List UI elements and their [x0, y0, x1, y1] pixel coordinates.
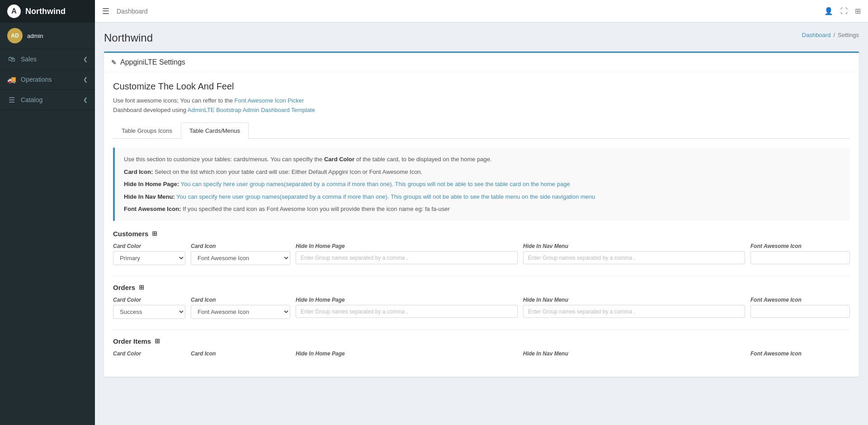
font-awesome-link[interactable]: Font Awesome Icon Picker	[235, 97, 304, 104]
desc-adminlte: Dashboard developed using AdminLTE Boots…	[113, 107, 850, 113]
user-icon[interactable]: 👤	[824, 7, 833, 15]
breadcrumb-home[interactable]: Dashboard	[802, 32, 831, 38]
settings-card: ✎ AppginiLTE Settings Customize The Look…	[104, 51, 859, 377]
sidebar-item-label: Operations	[21, 76, 52, 83]
edit-icon: ✎	[111, 59, 117, 66]
table-grid-icon: ⊞	[139, 284, 144, 291]
font-awesome-col-label: Font Awesome Icon	[750, 350, 850, 357]
hide-nav-label: Hide In Nav Menu	[523, 243, 745, 249]
chevron-left-icon: ❮	[83, 56, 88, 62]
chevron-left-icon: ❮	[83, 76, 88, 83]
card-color-label: Card Color	[113, 243, 185, 249]
hide-home-label: Hide In Home Page	[296, 243, 518, 249]
customers-hide-home-group: Hide In Home Page	[296, 243, 518, 264]
sidebar-nav: 🛍 Sales ❮ 🚚 Operations ❮ ☰ Catalog ❮	[0, 49, 95, 425]
breadcrumb-separator: /	[833, 32, 835, 38]
customers-font-awesome-group: Font Awesome Icon fa fa-users	[750, 243, 850, 264]
customers-card-color-select[interactable]: Primary Success Warning Danger Info Defa…	[113, 251, 185, 265]
card-icon-label: Card Icon	[191, 243, 290, 249]
customers-hide-nav-group: Hide In Nav Menu	[523, 243, 745, 264]
customers-card-icon-group: Card Icon Font Awesome Icon Default Appg…	[191, 243, 290, 265]
desc-font-awesome: Use font awesome icons; You can reffer t…	[113, 97, 850, 104]
table-grid-icon: ⊞	[152, 230, 157, 237]
customers-section: Customers ⊞ Card Color Primary Success W…	[113, 230, 850, 265]
tabs: Table Groups Icons Table Cards/Menus	[113, 122, 850, 139]
order-items-title: Order Items ⊞	[113, 337, 850, 345]
grid-icon[interactable]: ⊞	[855, 7, 861, 15]
info-line-5: Font Awesome Icon: If you specified the …	[124, 205, 841, 214]
hide-nav-label: Hide In Nav Menu	[523, 350, 745, 357]
expand-icon[interactable]: ⛶	[840, 7, 848, 15]
orders-hide-home-group: Hide In Home Page	[296, 297, 518, 318]
sidebar-item-operations[interactable]: 🚚 Operations ❮	[0, 70, 95, 90]
sidebar-item-label: Catalog	[21, 96, 42, 103]
hide-nav-label: Hide In Nav Menu	[523, 297, 745, 303]
customers-card-icon-select[interactable]: Font Awesome Icon Default Appgini Icon	[191, 251, 290, 265]
card-header-title: AppginiLTE Settings	[120, 58, 185, 66]
content-area: Northwind Dashboard / Settings ✎ Appgini…	[95, 23, 868, 425]
breadcrumb-current: Settings	[838, 32, 859, 38]
app-logo: A	[7, 5, 21, 18]
orders-card-color-select[interactable]: Primary Success Warning Danger Info Defa…	[113, 305, 185, 319]
order-items-section: Order Items ⊞ Card Color Card Icon Hide …	[113, 337, 850, 357]
username: admin	[27, 33, 43, 39]
orders-card-color-group: Card Color Primary Success Warning Dange…	[113, 297, 185, 319]
orders-hide-nav-group: Hide In Nav Menu	[523, 297, 745, 318]
customers-font-awesome-input[interactable]: fa fa-users	[750, 251, 850, 264]
adminlte-link[interactable]: AdminLTE Bootstrap Admin Dashboard Templ…	[188, 107, 315, 113]
orders-font-awesome-group: Font Awesome Icon fa fa-truck	[750, 297, 850, 318]
orders-card-icon-group: Card Icon Font Awesome Icon Default Appg…	[191, 297, 290, 319]
orders-card-icon-select[interactable]: Font Awesome Icon Default Appgini Icon	[191, 305, 290, 319]
info-line-3: Hide In Home Page: You can specify here …	[124, 180, 841, 189]
info-box: Use this section to customize your table…	[113, 148, 850, 221]
font-awesome-col-label: Font Awesome Icon	[750, 297, 850, 303]
card-color-label: Card Color	[113, 297, 185, 303]
hide-home-label: Hide In Home Page	[296, 350, 518, 357]
hamburger-icon[interactable]: ☰	[102, 6, 109, 16]
main: ☰ Dashboard 👤 ⛶ ⊞ Northwind Dashboard / …	[95, 0, 868, 425]
sidebar-item-sales[interactable]: 🛍 Sales ❮	[0, 49, 95, 70]
topbar: ☰ Dashboard 👤 ⛶ ⊞	[95, 0, 868, 23]
sales-icon: 🛍	[7, 55, 16, 64]
section-title: Customize The Look And Feel	[113, 81, 850, 92]
orders-hide-nav-input[interactable]	[523, 305, 745, 318]
sidebar: A Northwind AD admin 🛍 Sales ❮ 🚚 Operati…	[0, 0, 95, 425]
customers-hide-home-input[interactable]	[296, 251, 518, 264]
chevron-left-icon: ❮	[83, 97, 88, 103]
font-awesome-col-label: Font Awesome Icon	[750, 243, 850, 249]
catalog-icon: ☰	[7, 95, 16, 104]
avatar: AD	[7, 28, 23, 43]
card-color-label: Card Color	[113, 350, 185, 357]
orders-section: Orders ⊞ Card Color Primary Success Warn…	[113, 284, 850, 319]
page-title: Northwind	[104, 32, 153, 44]
customers-title: Customers ⊞	[113, 230, 850, 238]
customers-hide-nav-input[interactable]	[523, 251, 745, 264]
card-header: ✎ AppginiLTE Settings	[104, 53, 859, 72]
tab-table-cards-menus[interactable]: Table Cards/Menus	[181, 122, 249, 139]
table-grid-icon: ⊞	[155, 337, 160, 345]
info-line-2: Card Icon: Select on the list which icon…	[124, 168, 841, 177]
orders-hide-home-input[interactable]	[296, 305, 518, 318]
tab-table-groups-icons[interactable]: Table Groups Icons	[113, 122, 181, 139]
sidebar-header: A Northwind	[0, 0, 95, 23]
customers-card-color-group: Card Color Primary Success Warning Dange…	[113, 243, 185, 265]
sidebar-item-label: Sales	[21, 56, 37, 63]
user-section: AD admin	[0, 23, 95, 49]
sidebar-item-catalog[interactable]: ☰ Catalog ❮	[0, 90, 95, 110]
order-items-header-row: Card Color Card Icon Hide In Home Page H…	[113, 350, 850, 357]
page-header: Northwind Dashboard / Settings	[104, 32, 859, 44]
topbar-title: Dashboard	[117, 8, 148, 15]
breadcrumb: Dashboard / Settings	[802, 32, 859, 38]
info-line-1: Use this section to customize your table…	[124, 155, 841, 164]
hide-home-label: Hide In Home Page	[296, 297, 518, 303]
card-body: Customize The Look And Feel Use font awe…	[104, 72, 859, 377]
operations-icon: 🚚	[7, 75, 16, 84]
card-icon-label: Card Icon	[191, 297, 290, 303]
orders-form-row: Card Color Primary Success Warning Dange…	[113, 297, 850, 319]
orders-title: Orders ⊞	[113, 284, 850, 291]
orders-font-awesome-input[interactable]: fa fa-truck	[750, 305, 850, 318]
info-line-4: Hide In Nav Menu: You can specify here u…	[124, 192, 841, 201]
app-title: Northwind	[25, 7, 66, 16]
customers-form-row: Card Color Primary Success Warning Dange…	[113, 243, 850, 265]
card-icon-label: Card Icon	[191, 350, 290, 357]
